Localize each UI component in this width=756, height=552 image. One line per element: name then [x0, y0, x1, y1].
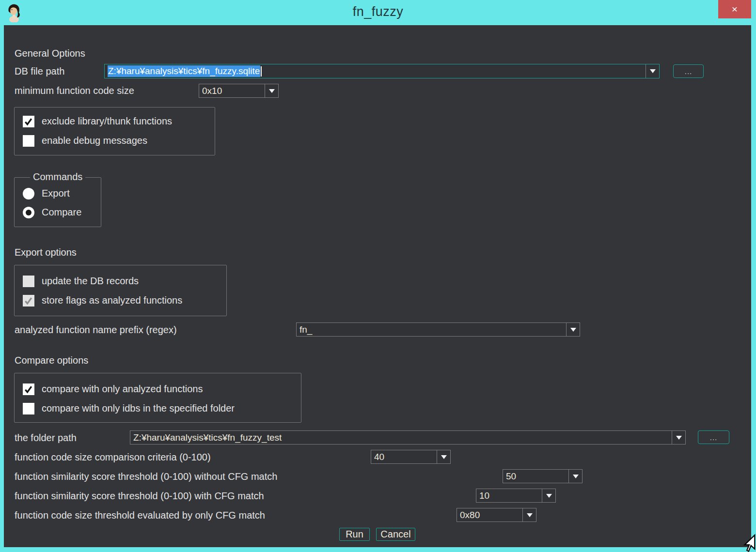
chevron-down-icon[interactable] — [542, 489, 555, 502]
similarity-without-cfg-value[interactable]: 50 — [503, 470, 568, 483]
min-code-size-value[interactable]: 0x10 — [199, 84, 265, 97]
min-code-size-label: minimum function code size — [15, 85, 134, 96]
store-flags-label: store flags as analyzed functions — [42, 295, 182, 306]
mouse-cursor — [739, 534, 756, 552]
compare-radio[interactable] — [23, 207, 34, 218]
min-code-size-combobox[interactable]: 0x10 — [199, 84, 279, 98]
commands-legend: Commands — [30, 171, 85, 183]
folder-path-label: the folder path — [15, 432, 77, 444]
similarity-without-cfg-label: function similarity score threshold (0-1… — [15, 471, 277, 482]
prefix-combobox[interactable]: fn_ — [296, 322, 580, 337]
compare-idbs-row[interactable]: compare with only idbs in the specified … — [23, 402, 235, 414]
exclude-library-row[interactable]: exclude library/thunk functions — [23, 115, 172, 127]
enable-debug-row[interactable]: enable debug messages — [23, 135, 147, 147]
close-button[interactable]: × — [718, 0, 751, 18]
enable-debug-label: enable debug messages — [42, 135, 147, 146]
export-radio[interactable] — [23, 188, 34, 199]
store-flags-checkbox[interactable] — [23, 295, 34, 307]
chevron-down-icon[interactable] — [437, 450, 450, 463]
prefix-label: analyzed function name prefix (regex) — [15, 324, 177, 336]
run-button[interactable]: Run — [339, 528, 370, 541]
compare-radio-row[interactable]: Compare — [23, 206, 81, 218]
db-file-path-value[interactable]: Z:¥haru¥analysis¥tics¥fn_fuzzy.sqlite — [105, 64, 646, 78]
window-title: fn_fuzzy — [0, 4, 756, 19]
update-db-row[interactable]: update the DB records — [23, 275, 139, 287]
export-checkbox-group — [14, 265, 227, 316]
db-file-path-combobox[interactable]: Z:¥haru¥analysis¥tics¥fn_fuzzy.sqlite — [104, 64, 660, 78]
store-flags-row[interactable]: store flags as analyzed functions — [23, 294, 182, 307]
compare-analyzed-checkbox[interactable] — [23, 383, 34, 395]
code-size-threshold-label: function code size threshold evaluated b… — [15, 510, 265, 521]
general-options-heading: General Options — [15, 48, 85, 59]
similarity-with-cfg-combobox[interactable]: 10 — [476, 489, 556, 503]
similarity-with-cfg-label: function similarity score threshold (0-1… — [15, 491, 264, 502]
compare-idbs-checkbox[interactable] — [23, 403, 34, 414]
chevron-down-icon[interactable] — [568, 470, 582, 483]
general-checkbox-group — [14, 107, 215, 155]
text-caret — [261, 66, 262, 77]
update-db-checkbox[interactable] — [23, 276, 34, 287]
folder-path-browse-button[interactable]: ... — [698, 430, 729, 444]
compare-options-heading: Compare options — [15, 355, 88, 366]
similarity-with-cfg-value[interactable]: 10 — [476, 489, 542, 502]
compare-analyzed-row[interactable]: compare with only analyzed functions — [23, 383, 203, 395]
db-path-browse-button[interactable]: ... — [673, 64, 704, 78]
prefix-value[interactable]: fn_ — [297, 323, 566, 336]
chevron-down-icon[interactable] — [265, 84, 278, 97]
folder-path-combobox[interactable]: Z:¥haru¥analysis¥tics¥fn_fuzzy_test — [130, 430, 686, 445]
compare-idbs-label: compare with only idbs in the specified … — [42, 403, 235, 414]
db-file-path-label: DB file path — [15, 66, 64, 77]
chevron-down-icon[interactable] — [672, 431, 685, 444]
enable-debug-checkbox[interactable] — [23, 135, 34, 147]
code-size-threshold-value[interactable]: 0x80 — [457, 508, 522, 521]
commands-group: Commands — [14, 177, 101, 227]
cancel-button[interactable]: Cancel — [376, 528, 415, 541]
chevron-down-icon[interactable] — [646, 64, 659, 78]
exclude-library-checkbox[interactable] — [23, 116, 34, 127]
folder-path-value[interactable]: Z:¥haru¥analysis¥tics¥fn_fuzzy_test — [130, 431, 672, 444]
chevron-down-icon[interactable] — [522, 508, 536, 521]
compare-analyzed-label: compare with only analyzed functions — [42, 383, 203, 395]
export-options-heading: Export options — [15, 247, 77, 258]
chevron-down-icon[interactable] — [566, 323, 580, 336]
exclude-library-label: exclude library/thunk functions — [42, 116, 172, 127]
compare-radio-label: Compare — [42, 207, 81, 218]
export-radio-row[interactable]: Export — [23, 187, 70, 199]
export-radio-label: Export — [42, 188, 70, 199]
compare-checkbox-group — [14, 373, 301, 423]
code-size-threshold-combobox[interactable]: 0x80 — [457, 508, 536, 522]
code-size-criteria-value[interactable]: 40 — [371, 450, 437, 463]
code-size-criteria-label: function code size comparison criteria (… — [15, 452, 211, 463]
similarity-without-cfg-combobox[interactable]: 50 — [503, 469, 583, 483]
update-db-label: update the DB records — [42, 276, 139, 287]
titlebar[interactable]: fn_fuzzy × — [0, 0, 756, 25]
code-size-criteria-combobox[interactable]: 40 — [371, 450, 451, 464]
